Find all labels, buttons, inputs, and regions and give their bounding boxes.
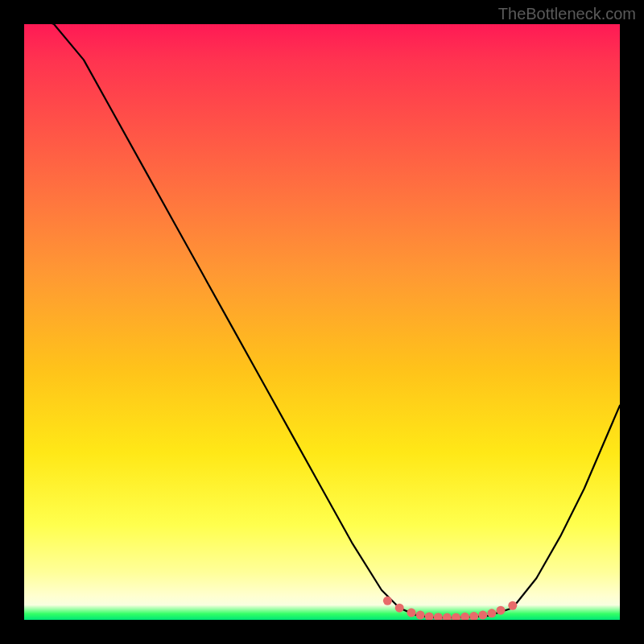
marker-dot — [487, 609, 496, 617]
marker-dot — [497, 606, 506, 615]
marker-dot — [383, 597, 392, 605]
marker-dot — [434, 613, 443, 620]
marker-dot — [508, 601, 517, 610]
marker-dot — [460, 613, 469, 620]
marker-dot — [407, 609, 416, 617]
marker-dot — [452, 613, 460, 620]
plot-area — [24, 24, 620, 620]
chart-svg — [24, 24, 620, 620]
marker-dot — [469, 612, 478, 620]
marker-dot — [425, 612, 434, 620]
marker-dot — [478, 611, 487, 620]
highlight-markers — [383, 597, 517, 620]
attribution-text: TheBottleneck.com — [498, 5, 636, 23]
marker-dot — [416, 611, 425, 620]
marker-dot — [443, 613, 452, 620]
bottleneck-curve — [24, 24, 620, 617]
marker-dot — [395, 604, 404, 613]
